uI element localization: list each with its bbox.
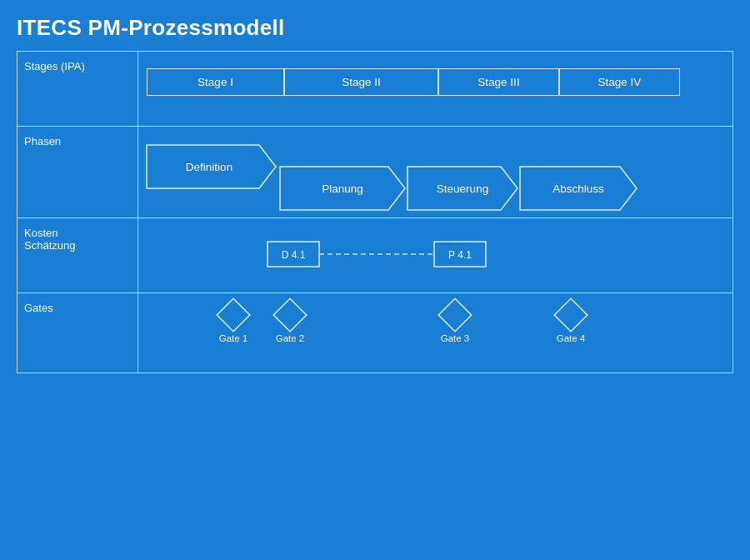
svg-text:Definition: Definition xyxy=(186,161,232,173)
stage-iii: Stage III xyxy=(438,68,559,96)
stages-label: Stages (IPA) xyxy=(18,52,138,127)
svg-text:Gate 4: Gate 4 xyxy=(557,333,586,343)
stage-iv: Stage IV xyxy=(559,68,680,96)
svg-text:Gate 2: Gate 2 xyxy=(276,333,305,343)
stage-i: Stage I xyxy=(147,68,284,96)
svg-text:Steuerung: Steuerung xyxy=(437,182,488,195)
page-title: ITECS PM-Prozessmodell xyxy=(17,15,733,41)
svg-text:Abschluss: Abschluss xyxy=(552,182,604,195)
phasen-svg: Definition Planung Steuerung Abschluss xyxy=(138,127,734,218)
gates-svg: Gate 1 Gate 2 Gate 3 Gate 4 xyxy=(138,293,734,372)
kosten-svg: D 4.1 P 4.1 xyxy=(138,218,734,293)
svg-rect-15 xyxy=(273,298,307,332)
svg-rect-19 xyxy=(554,298,588,332)
phasen-label: Phasen xyxy=(18,127,138,218)
svg-text:P 4.1: P 4.1 xyxy=(448,249,472,261)
svg-rect-13 xyxy=(217,298,250,332)
svg-text:Gate 1: Gate 1 xyxy=(219,333,248,343)
stage-ii: Stage II xyxy=(284,68,438,96)
stages-content: Stage I Stage II Stage III Stage IV xyxy=(138,52,732,127)
gates-label: Gates xyxy=(18,293,138,372)
svg-text:D 4.1: D 4.1 xyxy=(282,249,306,261)
svg-text:Gate 3: Gate 3 xyxy=(441,333,470,343)
process-diagram: Stages (IPA) Stage I Stage II Stage III … xyxy=(17,51,733,373)
svg-text:Planung: Planung xyxy=(322,182,363,195)
page: ITECS PM-Prozessmodell Stages (IPA) Stag… xyxy=(0,0,750,560)
svg-rect-17 xyxy=(438,298,472,332)
kosten-content: D 4.1 P 4.1 xyxy=(138,218,732,293)
phasen-content: Definition Planung Steuerung Abschluss xyxy=(138,127,732,218)
kosten-label: Kosten Schätzung xyxy=(18,218,138,293)
gates-content: Gate 1 Gate 2 Gate 3 Gate 4 xyxy=(138,293,732,372)
